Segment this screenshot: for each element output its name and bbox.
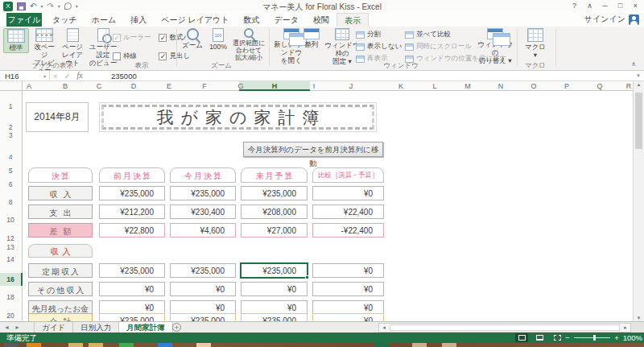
column-header-K[interactable]: K (398, 81, 403, 91)
scroll-left-icon[interactable]: ◄ (379, 324, 389, 333)
grid-cell[interactable]: ¥0 (312, 263, 384, 278)
column-header-J[interactable]: J (349, 81, 353, 91)
grid-cell[interactable]: -¥22,400 (312, 223, 384, 238)
grid-cell[interactable]: ¥230,400 (170, 204, 236, 219)
synchronous-scrolling-button[interactable]: 同時にスクロール (405, 42, 472, 52)
grid-cell[interactable]: ¥22,800 (99, 223, 165, 238)
switch-windows-button[interactable]: ウィンドウの 切り替え ▾ (477, 28, 514, 64)
ribbon-tab-ページ レイアウト[interactable]: ページ レイアウト (154, 13, 236, 27)
sheet-tab-日別入力[interactable]: 日別入力 (73, 322, 119, 333)
column-header-M[interactable]: M (464, 81, 471, 91)
zoom-in-icon[interactable]: + (614, 333, 619, 342)
grid-cell[interactable]: ¥0 (312, 186, 384, 200)
row-label-定期収入[interactable]: 定期収入 (28, 263, 93, 278)
row-header-2[interactable]: 2 (0, 123, 21, 131)
scroll-up-icon[interactable]: ▲ (634, 82, 644, 87)
zoom-100-button[interactable]: 100 100% (206, 28, 230, 52)
grid-cell[interactable]: ¥0 (312, 313, 384, 321)
macros-button[interactable]: マクロ ▾ (522, 28, 549, 60)
vertical-scroll-thumb[interactable] (635, 93, 642, 149)
grid-cell[interactable]: ¥4,600 (170, 223, 236, 238)
column-header-P[interactable]: P (564, 81, 569, 91)
grid-cell[interactable]: ¥235,000 (170, 313, 236, 321)
zoom-out-icon[interactable]: − (565, 333, 570, 342)
column-header-D[interactable]: D (131, 81, 137, 91)
horizontal-scroll-thumb[interactable] (390, 324, 620, 331)
grid-cell[interactable]: ¥212,200 (99, 204, 165, 219)
formula-bar-expand-icon[interactable]: ▼ (636, 73, 641, 78)
undo-icon[interactable]: ↶ (30, 2, 36, 11)
grid-cell[interactable]: ¥235,000 (241, 313, 308, 321)
select-all-corner[interactable] (0, 81, 23, 91)
scroll-down-icon[interactable]: ▼ (634, 316, 644, 320)
column-header-G[interactable]: G (237, 81, 243, 91)
redo-dropdown-icon[interactable]: ▾ (58, 3, 60, 9)
redo-icon[interactable]: ↷ (47, 2, 53, 11)
file-tab[interactable]: ファイル (6, 13, 42, 27)
grid-cell[interactable]: ¥0 (170, 282, 236, 296)
zoom-button[interactable]: ズーム (180, 28, 204, 50)
arrange-all-button[interactable]: 整列 (299, 28, 324, 49)
enter-icon[interactable]: ✓ (64, 72, 71, 81)
column-header-R[interactable]: R (626, 81, 632, 91)
row-header-4[interactable]: 4 (0, 153, 21, 161)
row-label-収入[interactable]: 収入 (28, 186, 93, 200)
name-box-dropdown-icon[interactable]: ▾ (43, 73, 46, 79)
page-layout-view-icon[interactable] (533, 333, 546, 342)
column-header-C[interactable]: C (97, 81, 102, 91)
row-header-18[interactable]: 18 (0, 293, 21, 301)
sheet-tab-ガイド[interactable]: ガイド (35, 322, 73, 333)
ribbon-tab-表示[interactable]: 表示 (336, 13, 369, 27)
grid-cell[interactable]: ¥235,000 (99, 313, 165, 321)
taskbar-icon[interactable] (412, 343, 427, 347)
normal-view-icon[interactable] (515, 333, 528, 342)
row-header-8[interactable]: 8 (0, 198, 21, 206)
month-cell[interactable]: 2014年8月 (26, 102, 89, 132)
taskbar-icon[interactable] (442, 343, 456, 347)
new-sheet-icon[interactable]: + (172, 323, 181, 332)
restore-button[interactable]: □ (613, 1, 627, 11)
column-header-O[interactable]: O (530, 81, 536, 91)
touch-mode-icon[interactable] (64, 2, 72, 10)
grid-cell[interactable]: ¥208,000 (241, 204, 308, 219)
split-button[interactable]: 分割 (356, 30, 381, 39)
insert-function-icon[interactable]: fx (77, 72, 83, 81)
summary-header-0[interactable]: 決算 (28, 167, 93, 183)
column-header-B[interactable]: B (63, 81, 68, 91)
zoom-slider[interactable] (574, 337, 611, 338)
column-header-Q[interactable]: Q (597, 81, 602, 91)
zoom-level[interactable]: 100% (623, 333, 642, 342)
row-header-6[interactable]: 6 (0, 180, 21, 188)
grid-cell[interactable]: ¥22,400 (312, 204, 384, 219)
row-label-その他収入[interactable]: その他収入 (28, 282, 93, 296)
row-header-16[interactable]: 16 (0, 273, 23, 286)
undo-dropdown-icon[interactable]: ▾ (40, 3, 43, 9)
taskbar-icon[interactable] (375, 343, 390, 347)
fill-handle[interactable] (305, 275, 309, 279)
minimize-button[interactable]: ─ (598, 1, 612, 11)
column-header-A[interactable]: A (27, 81, 31, 91)
grid-cell[interactable]: ¥0 (312, 282, 384, 296)
grid-cell[interactable]: ¥235,000 (170, 263, 236, 278)
grid-cell[interactable]: ¥235,000 (170, 186, 236, 200)
checkbox-見出し[interactable]: ✓見出し (159, 50, 196, 62)
selected-cell-H16[interactable]: ¥235,000 (241, 263, 308, 278)
move-data-button[interactable]: 今月決算列のデータを前月決算列に移動 (243, 142, 383, 157)
ribbon-tab-ホーム[interactable]: ホーム (85, 13, 123, 27)
summary-header-3[interactable]: 来月予算 (241, 167, 308, 183)
view-side-by-side-button[interactable]: 並べて比較 (405, 30, 451, 39)
collapse-ribbon-icon[interactable]: ∧ (631, 60, 636, 68)
taskbar-icon[interactable] (158, 343, 172, 347)
grid-cell[interactable]: ¥0 (99, 282, 165, 296)
ribbon-tab-タッチ[interactable]: タッチ (45, 13, 85, 27)
book-view-button-0[interactable]: 標準 (3, 28, 29, 53)
ribbon-display-options-button[interactable]: ∧ (583, 1, 597, 11)
scroll-right-icon[interactable]: ► (621, 324, 630, 333)
row-header-1[interactable]: 1 (0, 102, 21, 110)
grid-cell[interactable]: ¥235,000 (99, 186, 165, 200)
close-button[interactable]: × (629, 1, 642, 11)
ribbon-tab-数式[interactable]: 数式 (237, 13, 267, 27)
vertical-scrollbar[interactable]: ▲ ▼ (633, 81, 644, 321)
sheet-nav-arrows[interactable]: ◄► (4, 322, 25, 333)
taskbar-icon[interactable] (27, 343, 41, 347)
